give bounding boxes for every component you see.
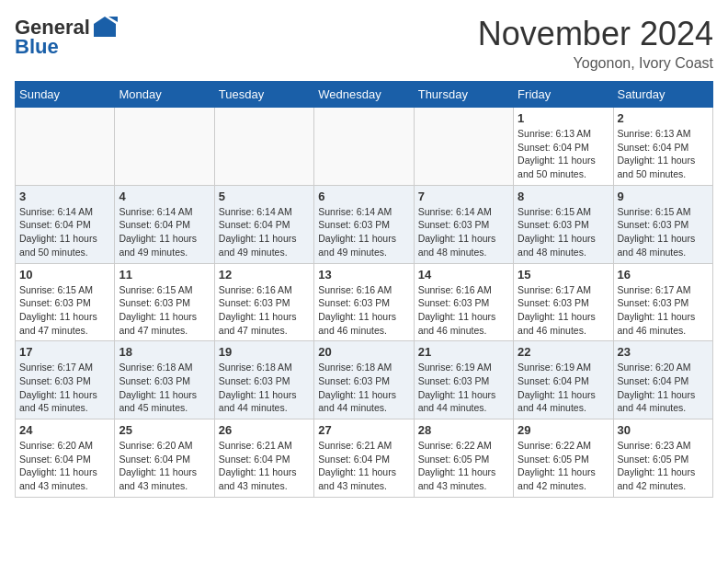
day-number: 29 [518, 423, 609, 437]
weekday-header-thursday: Thursday [414, 82, 513, 108]
day-info: Sunrise: 6:17 AM Sunset: 6:03 PM Dayligh… [618, 283, 709, 338]
day-number: 28 [418, 423, 509, 437]
weekday-header-friday: Friday [514, 82, 613, 108]
calendar-cell: 29Sunrise: 6:22 AM Sunset: 6:05 PM Dayli… [514, 419, 613, 498]
day-number: 16 [618, 268, 709, 282]
calendar-cell: 5Sunrise: 6:14 AM Sunset: 6:04 PM Daylig… [214, 185, 313, 263]
day-info: Sunrise: 6:21 AM Sunset: 6:04 PM Dayligh… [318, 439, 409, 493]
calendar-cell: 24Sunrise: 6:20 AM Sunset: 6:04 PM Dayli… [16, 419, 115, 498]
title-area: November 2024 Yogonon, Ivory Coast [478, 15, 713, 72]
day-number: 19 [219, 345, 310, 359]
calendar-cell: 22Sunrise: 6:19 AM Sunset: 6:04 PM Dayli… [514, 341, 613, 419]
calendar-week-row: 10Sunrise: 6:15 AM Sunset: 6:03 PM Dayli… [16, 263, 713, 341]
calendar-cell: 14Sunrise: 6:16 AM Sunset: 6:03 PM Dayli… [414, 263, 513, 341]
calendar-cell [214, 108, 313, 186]
calendar-table: SundayMondayTuesdayWednesdayThursdayFrid… [15, 81, 713, 498]
calendar-cell: 21Sunrise: 6:19 AM Sunset: 6:03 PM Dayli… [414, 341, 513, 419]
day-info: Sunrise: 6:14 AM Sunset: 6:03 PM Dayligh… [418, 205, 509, 259]
day-number: 12 [219, 268, 310, 282]
calendar-cell: 26Sunrise: 6:21 AM Sunset: 6:04 PM Dayli… [214, 419, 313, 498]
calendar-cell: 23Sunrise: 6:20 AM Sunset: 6:04 PM Dayli… [613, 341, 712, 419]
day-info: Sunrise: 6:16 AM Sunset: 6:03 PM Dayligh… [318, 283, 409, 338]
weekday-header-wednesday: Wednesday [314, 82, 414, 108]
day-number: 27 [318, 423, 409, 437]
calendar-week-row: 1Sunrise: 6:13 AM Sunset: 6:04 PM Daylig… [16, 108, 713, 186]
day-number: 23 [618, 345, 709, 359]
weekday-header-tuesday: Tuesday [214, 82, 313, 108]
svg-marker-0 [94, 17, 116, 37]
calendar-cell: 18Sunrise: 6:18 AM Sunset: 6:03 PM Dayli… [115, 341, 214, 419]
calendar-cell: 15Sunrise: 6:17 AM Sunset: 6:03 PM Dayli… [514, 263, 613, 341]
day-info: Sunrise: 6:22 AM Sunset: 6:05 PM Dayligh… [418, 439, 509, 493]
day-info: Sunrise: 6:15 AM Sunset: 6:03 PM Dayligh… [618, 205, 709, 259]
day-number: 4 [119, 190, 210, 203]
day-info: Sunrise: 6:13 AM Sunset: 6:04 PM Dayligh… [618, 127, 709, 181]
day-number: 21 [418, 345, 509, 359]
day-info: Sunrise: 6:15 AM Sunset: 6:03 PM Dayligh… [119, 283, 210, 338]
day-number: 1 [518, 111, 609, 125]
day-number: 14 [418, 268, 509, 282]
calendar-cell: 13Sunrise: 6:16 AM Sunset: 6:03 PM Dayli… [314, 263, 414, 341]
calendar-week-row: 17Sunrise: 6:17 AM Sunset: 6:03 PM Dayli… [16, 341, 713, 419]
day-number: 15 [518, 268, 609, 282]
calendar-cell: 8Sunrise: 6:15 AM Sunset: 6:03 PM Daylig… [514, 185, 613, 263]
calendar-cell: 17Sunrise: 6:17 AM Sunset: 6:03 PM Dayli… [16, 341, 115, 419]
day-info: Sunrise: 6:13 AM Sunset: 6:04 PM Dayligh… [518, 127, 609, 181]
day-info: Sunrise: 6:14 AM Sunset: 6:04 PM Dayligh… [219, 205, 310, 259]
weekday-header-monday: Monday [115, 82, 214, 108]
calendar-cell: 19Sunrise: 6:18 AM Sunset: 6:03 PM Dayli… [214, 341, 313, 419]
logo-blue-text: Blue [15, 35, 59, 59]
day-number: 10 [19, 268, 110, 282]
calendar-cell: 9Sunrise: 6:15 AM Sunset: 6:03 PM Daylig… [613, 185, 712, 263]
calendar-cell: 3Sunrise: 6:14 AM Sunset: 6:04 PM Daylig… [16, 185, 115, 263]
logo: General Blue [15, 15, 118, 59]
day-number: 13 [318, 268, 409, 282]
day-number: 25 [119, 423, 210, 437]
day-info: Sunrise: 6:21 AM Sunset: 6:04 PM Dayligh… [219, 439, 310, 493]
calendar-cell: 27Sunrise: 6:21 AM Sunset: 6:04 PM Dayli… [314, 419, 414, 498]
day-info: Sunrise: 6:14 AM Sunset: 6:03 PM Dayligh… [318, 205, 409, 259]
day-number: 6 [318, 190, 409, 203]
calendar-cell: 6Sunrise: 6:14 AM Sunset: 6:03 PM Daylig… [314, 185, 414, 263]
day-number: 3 [19, 190, 110, 203]
day-number: 7 [418, 190, 509, 203]
day-info: Sunrise: 6:15 AM Sunset: 6:03 PM Dayligh… [518, 205, 609, 259]
day-number: 18 [119, 345, 210, 359]
month-title: November 2024 [478, 15, 713, 53]
day-number: 5 [219, 190, 310, 203]
calendar-cell: 10Sunrise: 6:15 AM Sunset: 6:03 PM Dayli… [16, 263, 115, 341]
calendar-cell: 30Sunrise: 6:23 AM Sunset: 6:05 PM Dayli… [613, 419, 712, 498]
day-info: Sunrise: 6:14 AM Sunset: 6:04 PM Dayligh… [19, 205, 110, 259]
day-info: Sunrise: 6:18 AM Sunset: 6:03 PM Dayligh… [318, 361, 409, 415]
day-number: 17 [19, 345, 110, 359]
day-info: Sunrise: 6:22 AM Sunset: 6:05 PM Dayligh… [518, 439, 609, 493]
calendar-cell: 4Sunrise: 6:14 AM Sunset: 6:04 PM Daylig… [115, 185, 214, 263]
day-number: 24 [19, 423, 110, 437]
day-info: Sunrise: 6:20 AM Sunset: 6:04 PM Dayligh… [618, 361, 709, 415]
day-info: Sunrise: 6:15 AM Sunset: 6:03 PM Dayligh… [19, 283, 110, 338]
day-number: 20 [318, 345, 409, 359]
day-info: Sunrise: 6:19 AM Sunset: 6:03 PM Dayligh… [418, 361, 509, 415]
day-number: 26 [219, 423, 310, 437]
day-info: Sunrise: 6:20 AM Sunset: 6:04 PM Dayligh… [19, 439, 110, 493]
calendar-cell [414, 108, 513, 186]
calendar-week-row: 3Sunrise: 6:14 AM Sunset: 6:04 PM Daylig… [16, 185, 713, 263]
day-info: Sunrise: 6:19 AM Sunset: 6:04 PM Dayligh… [518, 361, 609, 415]
day-info: Sunrise: 6:20 AM Sunset: 6:04 PM Dayligh… [119, 439, 210, 493]
day-info: Sunrise: 6:16 AM Sunset: 6:03 PM Dayligh… [219, 283, 310, 338]
day-info: Sunrise: 6:16 AM Sunset: 6:03 PM Dayligh… [418, 283, 509, 338]
day-number: 2 [618, 111, 709, 125]
day-info: Sunrise: 6:17 AM Sunset: 6:03 PM Dayligh… [19, 361, 110, 415]
day-number: 30 [618, 423, 709, 437]
calendar-cell: 1Sunrise: 6:13 AM Sunset: 6:04 PM Daylig… [514, 108, 613, 186]
calendar-cell: 12Sunrise: 6:16 AM Sunset: 6:03 PM Dayli… [214, 263, 313, 341]
weekday-header-sunday: Sunday [16, 82, 115, 108]
day-number: 9 [618, 190, 709, 203]
location: Yogonon, Ivory Coast [478, 55, 713, 72]
calendar-cell: 25Sunrise: 6:20 AM Sunset: 6:04 PM Dayli… [115, 419, 214, 498]
day-info: Sunrise: 6:23 AM Sunset: 6:05 PM Dayligh… [618, 439, 709, 493]
page-header: General Blue November 2024 Yogonon, Ivor… [15, 15, 713, 72]
calendar-cell: 2Sunrise: 6:13 AM Sunset: 6:04 PM Daylig… [613, 108, 712, 186]
calendar-cell: 7Sunrise: 6:14 AM Sunset: 6:03 PM Daylig… [414, 185, 513, 263]
calendar-week-row: 24Sunrise: 6:20 AM Sunset: 6:04 PM Dayli… [16, 419, 713, 498]
